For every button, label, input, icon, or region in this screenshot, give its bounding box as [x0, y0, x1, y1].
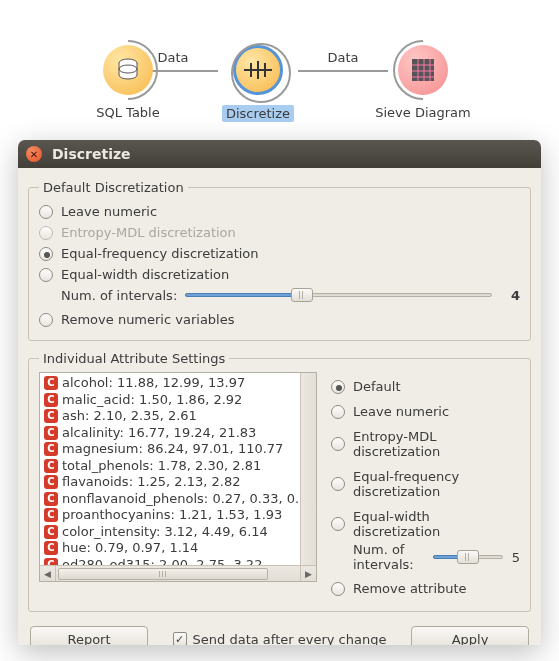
side-intervals-slider[interactable]	[433, 549, 503, 565]
list-item[interactable]: Cmagnesium: 86.24, 97.01, 110.77	[44, 441, 316, 458]
radio-side-eqwidth[interactable]: Equal-width discretization	[331, 504, 520, 544]
discretize-window: ✕ Discretize Default Discretization Leav…	[18, 140, 541, 645]
report-button[interactable]: Report	[30, 626, 148, 645]
list-item[interactable]: Cflavanoids: 1.25, 2.13, 2.82	[44, 474, 316, 491]
list-item[interactable]: Calcalinity: 16.77, 19.24, 21.83	[44, 425, 316, 442]
window-title: Discretize	[52, 146, 131, 162]
checkbox-icon	[173, 632, 187, 645]
radio-leave-numeric[interactable]: Leave numeric	[39, 201, 520, 222]
continuous-icon: C	[44, 525, 58, 539]
list-item[interactable]: Cash: 2.10, 2.35, 2.61	[44, 408, 316, 425]
continuous-icon: C	[44, 409, 58, 423]
autosend-checkbox[interactable]: Send data after every change	[158, 632, 401, 646]
radio-side-remove[interactable]: Remove attribute	[331, 576, 520, 601]
list-item[interactable]: Cproanthocyanins: 1.21, 1.53, 1.93	[44, 507, 316, 524]
apply-button[interactable]: Apply	[411, 626, 529, 645]
radio-equal-frequency[interactable]: Equal-frequency discretization	[39, 243, 520, 264]
radio-remove-numeric[interactable]: Remove numeric variables	[39, 309, 520, 330]
attribute-listbox[interactable]: Calcohol: 11.88, 12.99, 13.97Cmalic_acid…	[39, 372, 317, 582]
continuous-icon: C	[44, 426, 58, 440]
num-intervals-slider[interactable]	[185, 287, 492, 303]
titlebar[interactable]: ✕ Discretize	[18, 140, 541, 168]
continuous-icon: C	[44, 541, 58, 555]
continuous-icon: C	[44, 393, 58, 407]
group-default-discretization: Default Discretization Leave numeric Ent…	[28, 180, 531, 341]
node-label: Discretize	[222, 105, 294, 122]
continuous-icon: C	[44, 558, 58, 565]
list-item[interactable]: Cmalic_acid: 1.50, 1.86, 2.92	[44, 392, 316, 409]
node-sql-table[interactable]: SQL Table	[78, 45, 178, 120]
node-label: SQL Table	[78, 105, 178, 120]
node-output-arc	[98, 40, 158, 100]
list-item[interactable]: Ctotal_phenols: 1.78, 2.30, 2.81	[44, 458, 316, 475]
side-intervals-label: Num. of intervals:	[353, 542, 425, 572]
continuous-icon: C	[44, 492, 58, 506]
btn-rest: eport	[76, 632, 111, 646]
continuous-icon: C	[44, 459, 58, 473]
radio-entropy-mdl: Entropy-MDL discretization	[39, 222, 520, 243]
num-intervals-label: Num. of intervals:	[61, 288, 177, 303]
continuous-icon: C	[44, 475, 58, 489]
close-icon[interactable]: ✕	[26, 146, 42, 162]
radio-side-entropy[interactable]: Entropy-MDL discretization	[331, 424, 520, 464]
radio-side-leave[interactable]: Leave numeric	[331, 399, 520, 424]
scrollbar-vertical[interactable]	[300, 373, 316, 565]
continuous-icon: C	[44, 376, 58, 390]
radio-side-default[interactable]: Default	[331, 374, 520, 399]
num-intervals-value: 4	[500, 288, 520, 303]
list-item[interactable]: Chue: 0.79, 0.97, 1.14	[44, 540, 316, 557]
list-item[interactable]: Ccolor_intensity: 3.12, 4.49, 6.14	[44, 524, 316, 541]
radio-equal-width[interactable]: Equal-width discretization	[39, 264, 520, 285]
node-sieve-diagram[interactable]: Sieve Diagram	[368, 45, 478, 120]
scroll-left-icon[interactable]: ◀	[40, 566, 56, 581]
node-label: Sieve Diagram	[368, 105, 478, 120]
edge-label: Data	[323, 50, 362, 65]
continuous-icon: C	[44, 442, 58, 456]
list-item[interactable]: Calcohol: 11.88, 12.99, 13.97	[44, 375, 316, 392]
scrollbar-horizontal[interactable]: ◀ ▶	[40, 565, 316, 581]
radio-side-eqfreq[interactable]: Equal-frequency discretization	[331, 464, 520, 504]
continuous-icon: C	[44, 508, 58, 522]
node-discretize[interactable]: Discretize	[218, 45, 298, 122]
group-individual-attributes: Individual Attribute Settings Calcohol: …	[28, 351, 531, 612]
list-item[interactable]: Cod280_od315: 2.00, 2.75, 3.22	[44, 557, 316, 566]
scroll-right-icon[interactable]: ▶	[300, 566, 316, 581]
num-intervals-row: Num. of intervals: 4	[39, 287, 520, 303]
group-legend: Individual Attribute Settings	[39, 351, 229, 366]
side-intervals-value: 5	[511, 550, 520, 565]
list-item[interactable]: Cnonflavanoid_phenols: 0.27, 0.33, 0.	[44, 491, 316, 508]
group-legend: Default Discretization	[39, 180, 188, 195]
workflow-canvas[interactable]: Data Data SQL Table Discretize	[0, 0, 559, 140]
